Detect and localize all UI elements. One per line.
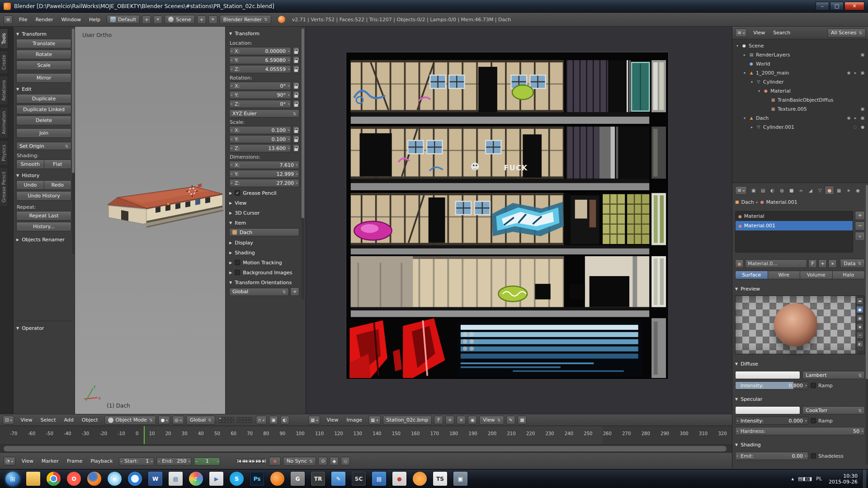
- panel-specular-header[interactable]: Specular: [735, 394, 865, 404]
- panel-checkbox[interactable]: [235, 190, 240, 196]
- timeline-menu-item[interactable]: Marker: [38, 457, 63, 465]
- ramp-checkbox[interactable]: [811, 383, 816, 388]
- info-menu-item[interactable]: File: [15, 15, 31, 24]
- expand-icon[interactable]: ▸: [750, 125, 754, 129]
- panel-history-header[interactable]: History: [16, 170, 71, 180]
- taskbar-app-icon[interactable]: [47, 472, 61, 486]
- rotation-field[interactable]: X:0°: [229, 82, 291, 90]
- lock-icon[interactable]: [292, 47, 299, 55]
- scale-field[interactable]: Z:13.600: [229, 144, 291, 152]
- history-button[interactable]: Undo: [16, 180, 44, 190]
- info-menu-item[interactable]: Render: [31, 15, 57, 24]
- material-type-button[interactable]: Halo: [833, 271, 865, 279]
- uv-menu-item[interactable]: View: [322, 416, 342, 424]
- pin-icon[interactable]: ◉: [468, 416, 477, 424]
- undo-history-button[interactable]: Undo History: [16, 191, 71, 201]
- new-material-button[interactable]: [818, 259, 827, 268]
- lock-icon[interactable]: [292, 91, 299, 99]
- dimension-field[interactable]: Y:12.999: [229, 170, 299, 178]
- location-field[interactable]: Y:6.59080: [229, 56, 291, 64]
- view3d-menu-item[interactable]: Select: [37, 416, 60, 424]
- specular-shader-dropdown[interactable]: CookTorr: [802, 406, 865, 414]
- specular-color-swatch[interactable]: [735, 406, 800, 414]
- show-desktop-button[interactable]: [862, 469, 866, 488]
- panel-checkbox[interactable]: [235, 270, 240, 275]
- properties-tab-icon[interactable]: ■: [787, 186, 796, 195]
- diffuse-color-swatch[interactable]: [735, 371, 800, 379]
- orientation-dropdown[interactable]: Global: [186, 416, 215, 425]
- lock-icon[interactable]: [292, 65, 299, 73]
- editor-type-icon[interactable]: [735, 28, 747, 37]
- toolshelf-tab[interactable]: Relations: [0, 75, 8, 105]
- scale-field[interactable]: X:0.100: [229, 126, 291, 134]
- npanel-scrollbar[interactable]: [302, 28, 304, 300]
- expand-icon[interactable]: ▾: [742, 71, 747, 75]
- view3d-menu-item[interactable]: View: [16, 416, 36, 424]
- outliner-row[interactable]: ▾ ▽ Cylinder: [732, 77, 868, 86]
- visibility-toggle-icons[interactable]: ▣: [860, 107, 866, 111]
- set-origin-dropdown[interactable]: Set Origin: [16, 142, 71, 150]
- shadeless-checkbox[interactable]: [811, 453, 816, 459]
- texture-image[interactable]: FUCK: [346, 52, 668, 379]
- info-menu-item[interactable]: Help: [85, 15, 104, 24]
- collapsed-panel-header[interactable]: Motion Tracking: [229, 258, 299, 267]
- render-engine-selector[interactable]: Blender Render: [220, 15, 271, 24]
- record-button[interactable]: ●: [269, 457, 281, 465]
- properties-tab-icon[interactable]: ◐: [768, 186, 777, 195]
- toolshelf-button[interactable]: Scale: [16, 61, 71, 70]
- lock-icon[interactable]: [292, 56, 299, 64]
- taskbar-app-icon[interactable]: [128, 472, 142, 486]
- repeat-history-button[interactable]: History...: [16, 222, 71, 231]
- start-button[interactable]: ⊞: [5, 472, 20, 486]
- expand-icon[interactable]: ▾: [757, 89, 761, 93]
- remove-slot-button[interactable]: −: [855, 221, 865, 230]
- preview-type-button[interactable]: ▣: [856, 314, 863, 322]
- fake-user-button[interactable]: F: [434, 416, 443, 424]
- panel-diffuse-header[interactable]: Diffuse: [735, 359, 865, 369]
- visibility-toggle-icons[interactable]: ▣: [860, 52, 866, 57]
- render-opengl-icon[interactable]: ▣: [269, 416, 278, 424]
- mode-dropdown[interactable]: Object Mode: [104, 416, 156, 425]
- maximize-button[interactable]: □: [830, 2, 844, 10]
- image-browse-icon[interactable]: ▦: [368, 416, 380, 424]
- material-name-field[interactable]: Material.0...: [745, 259, 807, 268]
- collapsed-panel-header[interactable]: Background Images: [229, 267, 299, 277]
- lock-icon[interactable]: [292, 100, 299, 108]
- transport-button[interactable]: ▶|: [262, 459, 267, 464]
- add-scene-button[interactable]: [197, 15, 206, 24]
- taskbar-app-icon[interactable]: ✎: [331, 472, 345, 486]
- toolshelf-button[interactable]: Rotate: [16, 50, 71, 59]
- material-slot[interactable]: ● Material.001: [736, 221, 853, 230]
- outliner-row[interactable]: ▾ ▲ 1_2000_main ◉ ▸ ▣: [732, 68, 868, 77]
- minimize-button[interactable]: –: [816, 2, 829, 10]
- history-button[interactable]: Redo: [44, 180, 72, 190]
- material-slot[interactable]: ● Material: [736, 211, 853, 221]
- transport-button[interactable]: ◀◀: [241, 459, 248, 464]
- emit-field[interactable]: Emit:0.00: [735, 452, 808, 460]
- editor-type-icon[interactable]: [4, 15, 13, 24]
- snap-magnet-icon[interactable]: ∩: [256, 416, 267, 424]
- taskbar-app-icon[interactable]: ▤: [169, 472, 183, 486]
- pivot-dropdown[interactable]: ◎: [172, 416, 184, 424]
- preview-type-button[interactable]: ◆: [856, 323, 863, 330]
- item-name-field[interactable]: Dach: [229, 228, 299, 236]
- properties-tab-icon[interactable]: ▣: [749, 186, 758, 195]
- hardness-field[interactable]: Hardness:50: [735, 427, 865, 435]
- properties-tab-icon[interactable]: ▦: [834, 186, 844, 195]
- editor-type-icon[interactable]: ◔: [4, 457, 15, 465]
- taskbar-app-icon[interactable]: TS: [433, 472, 447, 486]
- screen-layout-selector[interactable]: Default: [107, 15, 140, 24]
- add-orientation-button[interactable]: [290, 287, 299, 296]
- viewport-shading-dropdown[interactable]: ●: [158, 416, 170, 424]
- window-titlebar[interactable]: Blender [D:\Pawelcio\RailWorks\MOJE_OBIE…: [0, 0, 868, 13]
- taskbar-app-icon[interactable]: SC: [352, 472, 366, 486]
- unlink-material-button[interactable]: [828, 259, 837, 268]
- outliner-row[interactable]: ▸ ▽ Cylinder.001 ◌ ●: [732, 122, 868, 131]
- collapsed-panel-header[interactable]: Grease Pencil: [229, 188, 299, 198]
- preview-type-button[interactable]: ●: [856, 306, 863, 313]
- info-menu-item[interactable]: Window: [57, 15, 85, 24]
- sync-mode-dropdown[interactable]: No Sync: [283, 457, 316, 466]
- properties-tab-icon[interactable]: ●: [825, 186, 834, 195]
- collapsed-panel-header[interactable]: View: [229, 198, 299, 208]
- display-channel-dropdown[interactable]: View: [479, 416, 504, 425]
